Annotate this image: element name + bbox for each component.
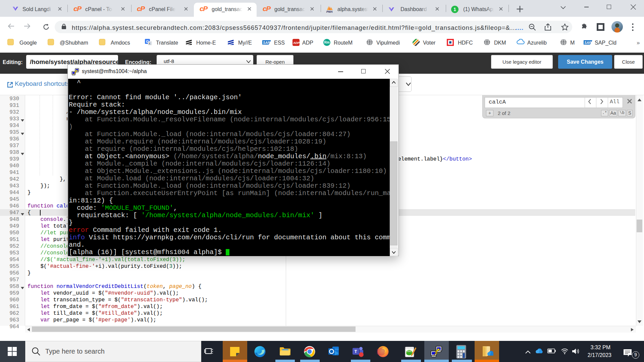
svg-text:PMA: PMA	[326, 10, 333, 13]
svg-text:x: x	[149, 42, 151, 45]
svg-text:SAP: SAP	[263, 41, 270, 45]
svg-text:SAP: SAP	[584, 41, 591, 45]
svg-text:T: T	[355, 349, 357, 354]
svg-text:ADP: ADP	[293, 41, 300, 45]
